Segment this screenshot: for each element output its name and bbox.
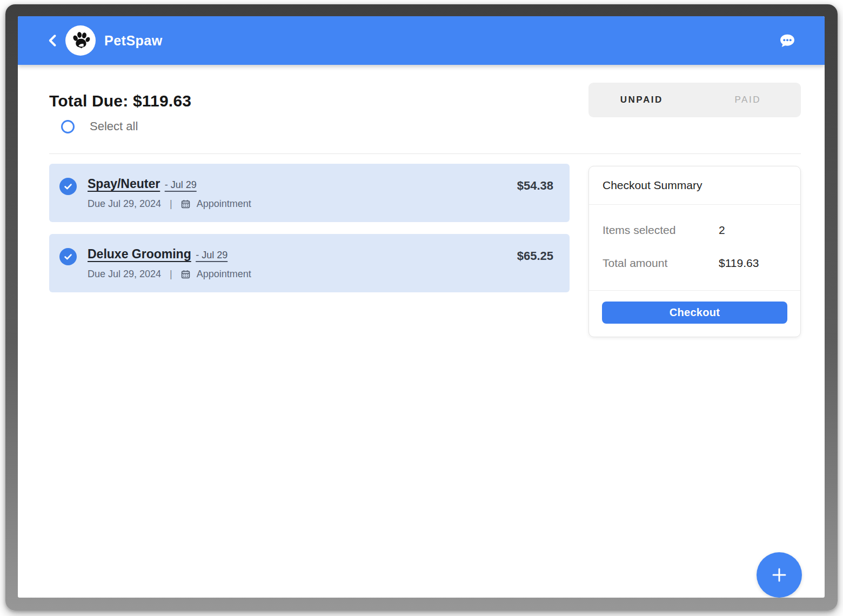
item-body: Spay/Neuter - Jul 29 Due Jul 29, 2024 | — [88, 176, 517, 210]
back-button[interactable] — [45, 32, 61, 49]
invoice-item[interactable]: Spay/Neuter - Jul 29 Due Jul 29, 2024 | — [49, 164, 570, 222]
item-price: $54.38 — [517, 179, 553, 193]
select-all-label: Select all — [90, 119, 138, 133]
chevron-left-icon — [45, 33, 61, 48]
item-checkbox[interactable] — [59, 178, 77, 195]
window-frame: PetSpaw Total Due: $119.63 — [5, 4, 838, 611]
calendar-icon — [181, 270, 190, 279]
section-divider — [49, 153, 801, 154]
top-row: Total Due: $119.63 Select all UNPAID PAI… — [49, 83, 801, 133]
item-due-date: Due Jul 29, 2024 — [88, 269, 161, 280]
tab-paid[interactable]: PAID — [695, 83, 801, 117]
invoice-list: Spay/Neuter - Jul 29 Due Jul 29, 2024 | — [49, 164, 570, 304]
chat-bubble-icon — [778, 31, 797, 50]
add-button[interactable] — [757, 552, 802, 598]
billing-row: Spay/Neuter - Jul 29 Due Jul 29, 2024 | — [49, 164, 801, 337]
total-due-heading: Total Due: $119.63 — [49, 92, 191, 110]
main-content: Total Due: $119.63 Select all UNPAID PAI… — [18, 83, 825, 337]
total-amount-value: $119.63 — [719, 257, 759, 270]
item-title-link[interactable]: Deluxe Grooming — [88, 247, 191, 261]
app-logo — [65, 25, 96, 56]
item-date-suffix: - Jul 29 — [165, 179, 197, 190]
checkout-summary-title: Checkout Summary — [589, 166, 800, 204]
app-screen: PetSpaw Total Due: $119.63 — [18, 16, 825, 598]
item-category: Appointment — [197, 269, 251, 280]
item-title-line: Deluxe Grooming - Jul 29 — [88, 246, 517, 264]
items-selected-row: Items selected 2 — [603, 224, 787, 237]
chat-button[interactable] — [778, 31, 797, 50]
item-date-suffix: - Jul 29 — [196, 250, 228, 260]
select-all-radio[interactable] — [61, 120, 75, 133]
items-selected-label: Items selected — [603, 224, 719, 237]
plus-icon — [769, 565, 790, 585]
paw-icon — [70, 30, 91, 51]
checkout-summary-rows: Items selected 2 Total amount $119.63 — [589, 204, 800, 291]
checkout-summary-footer: Checkout — [589, 291, 800, 337]
item-price: $65.25 — [517, 249, 553, 263]
total-amount-row: Total amount $119.63 — [603, 257, 787, 270]
right-column: Checkout Summary Items selected 2 Total … — [588, 164, 801, 337]
item-body: Deluxe Grooming - Jul 29 Due Jul 29, 202… — [88, 246, 517, 280]
item-title-line: Spay/Neuter - Jul 29 — [88, 176, 517, 193]
calendar-icon — [181, 199, 190, 209]
app-title: PetSpaw — [104, 33, 163, 49]
check-icon — [63, 252, 73, 262]
app-header: PetSpaw — [18, 16, 825, 65]
checkout-button[interactable]: Checkout — [602, 302, 787, 324]
invoice-item[interactable]: Deluxe Grooming - Jul 29 Due Jul 29, 202… — [49, 234, 570, 292]
item-checkbox[interactable] — [59, 248, 77, 265]
select-all-row: Select all — [49, 119, 191, 133]
item-category: Appointment — [197, 198, 251, 210]
total-amount-label: Total amount — [603, 257, 719, 270]
checkout-summary-card: Checkout Summary Items selected 2 Total … — [588, 166, 801, 337]
paid-status-toggle: UNPAID PAID — [588, 83, 801, 117]
item-due-date: Due Jul 29, 2024 — [88, 198, 161, 210]
item-subline: Due Jul 29, 2024 | — [88, 269, 517, 280]
tab-unpaid[interactable]: UNPAID — [588, 83, 695, 117]
item-subline: Due Jul 29, 2024 | — [88, 198, 517, 210]
separator-pipe: | — [170, 269, 172, 280]
items-selected-value: 2 — [719, 224, 725, 237]
total-block: Total Due: $119.63 Select all — [49, 83, 191, 133]
item-title-link[interactable]: Spay/Neuter — [88, 177, 160, 191]
check-icon — [63, 182, 73, 191]
separator-pipe: | — [170, 198, 172, 210]
